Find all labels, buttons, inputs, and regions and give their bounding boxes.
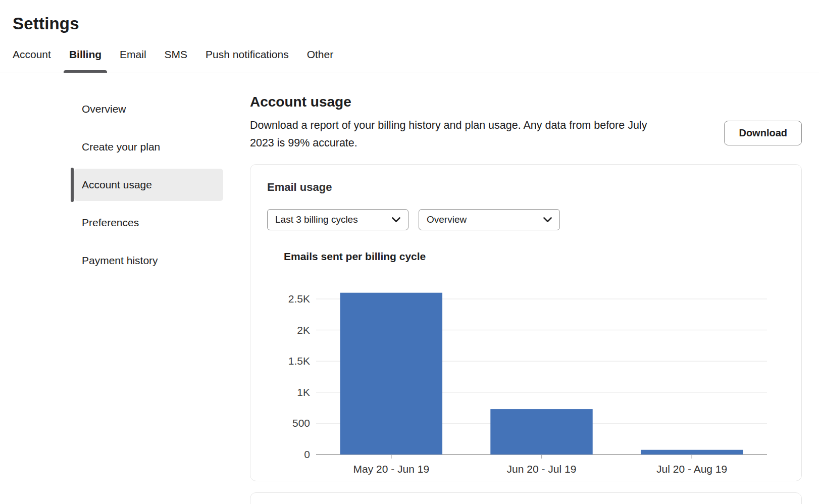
tab-sms[interactable]: SMS <box>165 48 188 73</box>
tab-push-notifications[interactable]: Push notifications <box>206 48 289 73</box>
card-title: Email usage <box>267 181 785 194</box>
download-button[interactable]: Download <box>724 121 802 145</box>
y-tick-label: 0 <box>304 448 310 460</box>
sidebar-item-account-usage[interactable]: Account usage <box>74 169 223 201</box>
emails-bar-chart: 05001K1.5K2K2.5KMay 20 - Jun 19Jun 20 - … <box>284 269 769 477</box>
sidebar-item-preferences[interactable]: Preferences <box>74 207 223 239</box>
sidebar-item-create-your-plan[interactable]: Create your plan <box>74 131 223 163</box>
sidebar-item-payment-history[interactable]: Payment history <box>74 244 223 277</box>
y-tick-label: 1K <box>297 386 310 398</box>
section-header: Account usage Download a report of your … <box>250 94 802 152</box>
y-tick-label: 2.5K <box>288 293 310 305</box>
view-select[interactable]: Overview <box>419 209 560 230</box>
tab-billing[interactable]: Billing <box>69 48 101 73</box>
sidebar-item-overview[interactable]: Overview <box>74 93 223 125</box>
emails-chart: Emails sent per billing cycle 05001K1.5K… <box>284 250 785 477</box>
main-panel: Account usage Download a report of your … <box>250 73 819 504</box>
y-tick-label: 500 <box>292 417 310 429</box>
section-description: Download a report of your billing histor… <box>250 117 669 152</box>
section-title: Account usage <box>250 94 669 110</box>
chevron-down-icon <box>543 217 552 223</box>
chevron-down-icon <box>392 217 400 223</box>
content-area: Overview Create your plan Account usage … <box>0 73 819 504</box>
x-tick-label: Jul 20 - Aug 19 <box>656 463 727 475</box>
chart-title: Emails sent per billing cycle <box>284 250 785 263</box>
billing-cycles-select-value: Last 3 billing cycles <box>275 214 358 225</box>
tab-account[interactable]: Account <box>13 48 51 73</box>
sidebar: Overview Create your plan Account usage … <box>0 73 250 282</box>
next-card-peek <box>250 492 802 504</box>
page-header: Settings Account Billing Email SMS Push … <box>0 0 819 73</box>
page-title: Settings <box>13 14 819 33</box>
view-select-value: Overview <box>427 214 467 225</box>
chart-filters: Last 3 billing cycles Overview <box>267 209 785 230</box>
x-tick-label: Jun 20 - Jul 19 <box>507 463 577 475</box>
settings-tabs: Account Billing Email SMS Push notificat… <box>13 48 819 73</box>
y-tick-label: 1.5K <box>288 355 310 367</box>
bar <box>641 450 743 455</box>
bar <box>340 293 442 455</box>
email-usage-card: Email usage Last 3 billing cycles Overvi… <box>250 164 802 481</box>
billing-cycles-select[interactable]: Last 3 billing cycles <box>267 209 408 230</box>
bar <box>490 409 592 455</box>
x-tick-label: May 20 - Jun 19 <box>353 463 430 475</box>
tab-email[interactable]: Email <box>120 48 146 73</box>
y-tick-label: 2K <box>297 324 310 336</box>
tab-other[interactable]: Other <box>307 48 334 73</box>
